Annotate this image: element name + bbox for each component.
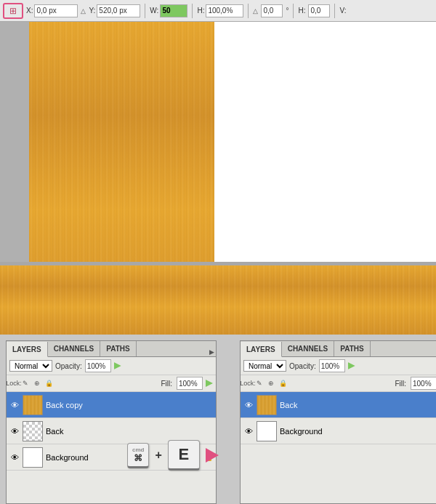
right-layer-background[interactable]: 👁 Background 🔒 — [241, 418, 436, 444]
transform-tool-icon[interactable]: ⊞ — [3, 3, 23, 19]
right-layer-name-back: Back — [280, 401, 436, 409]
shortcut-hint-overlay: cmd ⌘ + E — [127, 440, 219, 471]
white-panel — [214, 22, 436, 265]
angle-input[interactable] — [261, 4, 283, 17]
x-field-group: X: — [26, 4, 78, 17]
right-tab-layers[interactable]: LAYERS — [241, 342, 282, 357]
panels-area: LAYERS CHANNELS PATHS ▶ Normal Opacity: … — [0, 335, 436, 504]
right-tab-paths[interactable]: PATHS — [334, 341, 370, 356]
left-blend-select[interactable]: Normal — [9, 360, 52, 372]
left-thumb-back — [23, 421, 43, 441]
right-thumb-background — [257, 421, 277, 441]
left-panel-expand[interactable]: ▶ — [207, 348, 216, 356]
right-layer-back[interactable]: 👁 Back — [241, 392, 436, 418]
left-fill-arrow — [206, 380, 213, 387]
left-tab-paths[interactable]: PATHS — [100, 341, 136, 356]
h-field-group: H: — [197, 4, 243, 17]
right-fill-input[interactable] — [411, 377, 436, 390]
w-label: W: — [150, 7, 158, 15]
left-fill-input[interactable] — [177, 377, 203, 390]
degree-symbol: ° — [286, 7, 288, 15]
right-layer-name-background: Background — [280, 427, 435, 436]
sep5 — [334, 4, 335, 18]
v-label: V: — [339, 7, 346, 15]
right-lock-row: Lock: ✎ ⊕ 🔒 Fill: — [241, 375, 436, 392]
y-field-group: Y: — [89, 4, 140, 17]
left-tab-layers[interactable]: LAYERS — [7, 342, 48, 357]
sep4 — [293, 4, 294, 18]
right-opacity-input[interactable] — [319, 359, 345, 372]
left-opacity-arrow — [114, 362, 121, 369]
left-plus-icon[interactable]: ⊕ — [33, 379, 41, 388]
cmd-label: cmd — [132, 447, 144, 453]
left-shield-icon[interactable]: 🔒 — [44, 379, 53, 388]
left-fill-label: Fill: — [161, 380, 172, 388]
h2-input[interactable] — [308, 4, 330, 17]
sep3 — [248, 4, 249, 18]
left-eye-back-copy[interactable]: 👁 — [9, 400, 20, 410]
plus-symbol: + — [155, 449, 161, 462]
right-opacity-label: Opacity: — [289, 362, 316, 370]
left-thumb-background — [23, 447, 43, 468]
left-layer-name-back-copy: Back copy — [46, 401, 213, 409]
right-tab-channels[interactable]: CHANNELS — [282, 341, 335, 356]
right-thumb-back — [257, 395, 277, 415]
left-eye-back[interactable]: 👁 — [9, 426, 20, 436]
left-lock-row: Lock: ✎ ⊕ 🔒 Fill: — [7, 375, 216, 392]
x-label: X: — [26, 7, 33, 15]
left-eye-background[interactable]: 👁 — [9, 452, 20, 463]
x-input[interactable] — [34, 4, 78, 17]
cmd-key: cmd ⌘ — [127, 443, 149, 468]
w-input[interactable] — [160, 4, 187, 17]
right-eye-background[interactable]: 👁 — [243, 426, 254, 436]
h2-label: H: — [298, 7, 305, 15]
left-panel-tabs: LAYERS CHANNELS PATHS ▶ — [7, 341, 216, 357]
lock-label: Lock: — [9, 379, 18, 388]
right-panel-tabs: LAYERS CHANNELS PATHS ▶ — [241, 341, 436, 357]
merge-arrow-icon — [206, 448, 219, 463]
right-lock-label: Lock: — [243, 379, 252, 388]
e-key: E — [168, 440, 200, 471]
right-pen-icon[interactable]: ✎ — [255, 379, 264, 388]
toolbar: ⊞ X: △ Y: W: H: △ ° H: V: — [0, 0, 436, 22]
right-eye-back[interactable]: 👁 — [243, 400, 254, 410]
left-layer-name-back: Back — [46, 427, 213, 436]
right-fill-label: Fill: — [395, 380, 406, 388]
cmd-symbol: ⌘ — [132, 453, 144, 463]
h-label: H: — [197, 7, 204, 15]
right-blend-row: Normal Opacity: — [241, 357, 436, 375]
delta-icon: △ — [81, 7, 86, 15]
sep1 — [145, 4, 145, 18]
canvas-area — [0, 22, 436, 335]
delta2-icon: △ — [253, 7, 258, 15]
sep2 — [192, 4, 193, 18]
left-opacity-input[interactable] — [85, 359, 111, 372]
left-pen-icon[interactable]: ✎ — [21, 379, 30, 388]
y-label: Y: — [89, 7, 95, 15]
left-opacity-label: Opacity: — [55, 362, 82, 370]
y-input[interactable] — [97, 4, 140, 17]
h-input[interactable] — [206, 4, 243, 17]
left-thumb-back-copy — [23, 395, 43, 415]
right-plus-icon[interactable]: ⊕ — [267, 379, 275, 388]
right-panel: LAYERS CHANNELS PATHS ▶ Normal Opacity: … — [240, 340, 436, 504]
right-shield-icon[interactable]: 🔒 — [278, 379, 287, 388]
wood-panel-bottom — [0, 265, 436, 335]
right-opacity-arrow — [348, 362, 355, 369]
w-field-group: W: — [150, 4, 187, 17]
left-panel: LAYERS CHANNELS PATHS ▶ Normal Opacity: … — [6, 340, 217, 504]
left-tab-channels[interactable]: CHANNELS — [48, 341, 101, 356]
right-blend-select[interactable]: Normal — [243, 360, 286, 372]
left-blend-row: Normal Opacity: — [7, 357, 216, 375]
left-layer-back-copy[interactable]: 👁 Back copy — [7, 392, 216, 418]
